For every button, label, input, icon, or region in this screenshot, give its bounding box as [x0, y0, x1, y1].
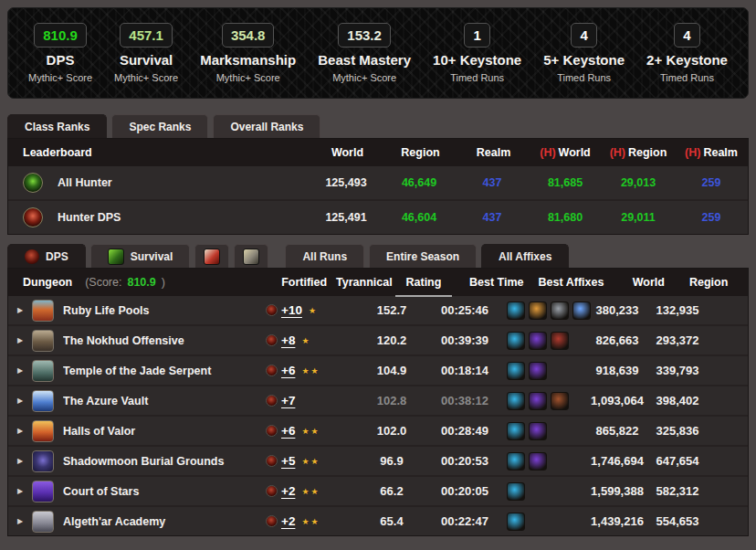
upgrade-stars: ★★	[301, 457, 320, 466]
col-world[interactable]: World	[616, 276, 680, 289]
world-rank: 1,093,064	[585, 394, 649, 407]
keystone-cell: +6★★	[240, 424, 359, 438]
score-box: 810.9	[34, 23, 87, 48]
dps-role-icon	[266, 455, 278, 467]
region-rank: 582,312	[649, 484, 706, 498]
col-tyrannical[interactable]: Tyrannical	[336, 276, 391, 289]
keystone-cell: +6★★	[240, 364, 359, 377]
tab-spec-beast-mastery[interactable]	[234, 244, 268, 268]
col-h-world: (H)World	[529, 146, 602, 159]
upgrade-stars: ★	[301, 336, 310, 345]
score-value: 354.8	[231, 27, 266, 43]
tab-entire-season[interactable]: Entire Season	[369, 244, 477, 268]
keystone-cell: +2★★	[240, 484, 359, 498]
tab-all-affixes[interactable]: All Affixes	[481, 244, 569, 268]
col-best-affixes[interactable]: Best Affixes	[537, 276, 617, 289]
affix-icon	[529, 362, 547, 380]
fortified-affix-icon	[507, 452, 525, 471]
col-region: Region	[383, 146, 456, 159]
expand-arrow-icon[interactable]: ▶	[8, 336, 32, 344]
stat-sublabel: Mythic+ Score	[216, 72, 280, 83]
score-value: 153.2	[347, 27, 382, 43]
dungeon-name: The Nokhud Offensive	[63, 334, 240, 347]
fortified-affix-icon	[507, 392, 525, 410]
stat-label: 2+ Keystone	[646, 52, 728, 68]
affix-icon	[529, 301, 547, 320]
dungeon-row-temple-jade-serpent[interactable]: ▶ Temple of the Jade Serpent +6★★ 104.9 …	[8, 356, 748, 385]
keystone-level: +2	[281, 514, 295, 528]
stat-label: 10+ Keystone	[433, 52, 521, 68]
tab-spec-ranks[interactable]: Spec Ranks	[111, 114, 208, 138]
dungeon-thumbnail	[32, 450, 54, 472]
dungeon-name: Ruby Life Pools	[63, 304, 240, 317]
col-best-time[interactable]: Best Time	[457, 276, 537, 289]
dungeon-row-halls-of-valor[interactable]: ▶ Halls of Valor +6★★ 102.0 00:28:49 865…	[8, 417, 748, 445]
best-time-value: 00:20:53	[425, 454, 505, 468]
affix-icon	[529, 422, 547, 440]
leaderboard-row-all-hunter: All Hunter 125,493 46,649 437 81,685 29,…	[8, 166, 748, 199]
tab-class-ranks[interactable]: Class Ranks	[7, 114, 107, 138]
tab-spec-survival[interactable]: Survival	[90, 244, 191, 268]
dungeon-name: The Azure Vault	[63, 395, 240, 407]
expand-arrow-icon[interactable]: ▶	[8, 397, 32, 405]
col-label: World	[331, 146, 363, 159]
h-world-rank: 81,680	[529, 211, 602, 224]
expand-arrow-icon[interactable]: ▶	[8, 306, 32, 314]
affix-icon	[551, 392, 569, 410]
dungeon-row-court-of-stars[interactable]: ▶ Court of Stars +2★★ 66.2 00:20:05 1,59…	[8, 477, 748, 505]
expand-arrow-icon[interactable]: ▶	[8, 457, 32, 465]
stat-label: DPS	[47, 52, 75, 68]
rating-value: 104.9	[359, 364, 425, 377]
ranks-section: Class Ranks Spec Ranks Overall Ranks Lea…	[7, 114, 749, 235]
page: 810.9 DPS Mythic+ Score 457.1 Survival M…	[0, 0, 756, 544]
world-rank: 1,599,388	[585, 484, 649, 498]
horde-prefix: (H)	[610, 146, 625, 159]
col-fortified[interactable]: Fortified	[272, 276, 336, 289]
stat-marksmanship-score: 354.8 Marksmanship Mythic+ Score	[200, 23, 296, 83]
expand-arrow-icon[interactable]: ▶	[8, 427, 32, 435]
world-rank: 1,746,694	[585, 454, 649, 468]
rating-value: 102.0	[359, 424, 425, 438]
stat-survival-score: 457.1 Survival Mythic+ Score	[114, 23, 178, 83]
dungeon-row-nokhud-offensive[interactable]: ▶ The Nokhud Offensive +8★ 120.2 00:39:3…	[8, 326, 748, 354]
beast-mastery-spec-icon	[243, 249, 259, 265]
col-label: Realm	[703, 146, 738, 159]
marksmanship-spec-icon	[204, 249, 220, 265]
tab-spec-marksmanship[interactable]	[194, 244, 229, 268]
tab-label: Overall Ranks	[230, 121, 303, 133]
dungeon-name: Halls of Valor	[63, 425, 240, 438]
upgrade-stars: ★★	[301, 517, 320, 526]
tab-overall-ranks[interactable]: Overall Ranks	[213, 114, 320, 138]
fortified-affix-icon	[507, 422, 525, 440]
col-world: World	[310, 146, 383, 159]
dungeon-row-shadowmoon-burial-grounds[interactable]: ▶ Shadowmoon Burial Grounds +5★★ 96.9 00…	[8, 447, 748, 475]
tab-all-runs[interactable]: All Runs	[285, 244, 364, 268]
h-world-rank: 81,685	[529, 176, 602, 189]
col-region[interactable]: Region	[680, 276, 737, 289]
region-rank: 647,654	[649, 454, 706, 468]
dungeons-header-row: Dungeon (Score: 810.9) Fortified Tyranni…	[8, 269, 748, 296]
col-realm: Realm	[456, 146, 529, 159]
expand-arrow-icon[interactable]: ▶	[8, 487, 32, 495]
expand-arrow-icon[interactable]: ▶	[8, 517, 32, 525]
dungeon-thumbnail	[32, 330, 54, 352]
col-label: Region	[401, 146, 439, 159]
best-affixes-cell	[505, 362, 585, 380]
dungeon-row-azure-vault[interactable]: ▶ The Azure Vault +7 102.8 00:38:12 1,09…	[8, 386, 748, 415]
world-rank: 918,639	[585, 364, 649, 377]
dungeon-row-algethar-academy[interactable]: ▶ Algeth'ar Academy +2★★ 65.4 00:22:47 1…	[8, 507, 748, 535]
dungeons-section: DPS Survival All Runs Entire Season All …	[7, 244, 749, 536]
tab-spec-dps[interactable]: DPS	[7, 244, 86, 268]
keystone-cell: +8★	[240, 333, 359, 347]
col-rating[interactable]: Rating	[391, 276, 457, 289]
world-rank: 125,493	[310, 176, 383, 189]
stat-beast-mastery-score: 153.2 Beast Mastery Mythic+ Score	[318, 23, 411, 83]
leaderboard-header-row: Leaderboard World Region Realm (H)World …	[8, 139, 748, 166]
fortified-affix-icon	[507, 482, 525, 501]
dungeon-row-ruby-life-pools[interactable]: ▶ Ruby Life Pools +10★ 152.7 00:25:46 38…	[8, 296, 748, 324]
world-rank: 826,663	[585, 333, 649, 347]
best-affixes-cell	[505, 482, 585, 501]
expand-arrow-icon[interactable]: ▶	[8, 366, 32, 375]
stat-10plus-keystone: 1 10+ Keystone Timed Runs	[433, 23, 521, 83]
rating-value: 102.8	[359, 394, 425, 407]
